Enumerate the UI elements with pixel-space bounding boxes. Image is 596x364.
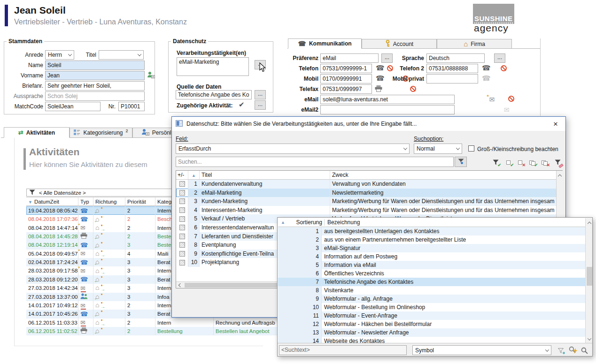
check-all-icon[interactable] bbox=[527, 158, 537, 167]
fax-block-icon[interactable] bbox=[410, 86, 416, 92]
row-checkbox[interactable] bbox=[179, 198, 185, 204]
printer-icon[interactable] bbox=[375, 85, 382, 93]
telefon-input[interactable] bbox=[320, 64, 372, 73]
aussprache-input[interactable] bbox=[45, 91, 145, 101]
search-filter-button[interactable] bbox=[455, 157, 467, 167]
scroll-up-button[interactable] bbox=[586, 220, 593, 225]
popup-list-row[interactable]: 7Telefonische Angabe des Kontaktes bbox=[278, 278, 585, 286]
popup-list-row[interactable]: 2aus von einem Partnerunternehmen bereit… bbox=[278, 235, 585, 244]
sprache-input[interactable] bbox=[426, 53, 485, 63]
email2-input[interactable] bbox=[320, 105, 455, 114]
check-row-icon[interactable] bbox=[503, 158, 513, 167]
dialog-list-row[interactable]: 4Interessenten-MarketingMarketing/Werbun… bbox=[176, 206, 556, 215]
row-checkbox[interactable] bbox=[179, 225, 185, 230]
popup-list-row[interactable]: 3eMail-Signatur bbox=[278, 244, 585, 252]
scroll-up-button[interactable] bbox=[557, 172, 563, 178]
briefanr-input[interactable] bbox=[45, 81, 145, 91]
popup-list-row[interactable]: 9Webformular - allg. Anfrage bbox=[278, 295, 585, 303]
uncheck-all-icon[interactable] bbox=[539, 158, 550, 167]
contact-person-icon[interactable] bbox=[147, 71, 155, 80]
activity-row[interactable]: 06.12.2015 11:03:33→2InternRechnung und … bbox=[26, 318, 301, 327]
suchtext-input[interactable]: <Suchtext> bbox=[279, 345, 407, 355]
quelle-input[interactable] bbox=[176, 90, 252, 99]
praeferenz-input[interactable] bbox=[320, 53, 379, 63]
row-checkbox[interactable] bbox=[179, 216, 185, 222]
column-header-typ[interactable]: Typ bbox=[78, 197, 93, 205]
column-header-prioritaet[interactable]: Priorität bbox=[125, 197, 155, 205]
column-header-sort[interactable] bbox=[188, 171, 200, 179]
popup-list-row[interactable]: 11Webformular - Event-Anfrage bbox=[278, 311, 585, 320]
close-icon[interactable] bbox=[550, 119, 562, 129]
filter-selected-icon[interactable] bbox=[490, 158, 501, 167]
telefon2-input[interactable] bbox=[426, 64, 478, 73]
scroll-left-button[interactable] bbox=[177, 282, 184, 288]
dialog-table-header[interactable]: +/- Titel Zweck bbox=[176, 171, 556, 180]
search-input[interactable]: Suchen... bbox=[176, 157, 454, 167]
popup-list-row[interactable]: 8Visitenkarte bbox=[278, 286, 585, 295]
tab-firma[interactable]: Firma bbox=[437, 39, 512, 49]
dialog-list-row[interactable]: 1KundendatenverwaltungVerwaltung von Kun… bbox=[176, 180, 556, 189]
sprache-browse-button[interactable]: ... bbox=[494, 53, 505, 63]
anrede-select[interactable]: Herrn bbox=[45, 50, 74, 60]
aktivitaet-browse-button[interactable]: ... bbox=[255, 100, 266, 110]
column-header-sortierung[interactable]: Sortierung bbox=[287, 219, 325, 226]
tab-kommunikation[interactable]: Kommunikation bbox=[288, 38, 362, 49]
mobil-input[interactable] bbox=[320, 74, 372, 83]
mobil-privat-label: Mobil privat bbox=[373, 76, 424, 82]
uncheck-row-icon[interactable] bbox=[515, 158, 525, 167]
dialog-list-row[interactable]: 3Kunden-MarketingMarketing/Werbung für W… bbox=[176, 197, 556, 206]
popup-list-row[interactable]: 1aus bereitgestellten Unterlagen des Kon… bbox=[278, 227, 585, 235]
row-checkbox[interactable] bbox=[179, 242, 185, 248]
tab-account[interactable]: Account bbox=[362, 39, 437, 49]
row-checkbox[interactable] bbox=[179, 251, 185, 257]
titel-select[interactable] bbox=[99, 50, 144, 60]
popup-list-row[interactable]: 10Webformular - Bestellung im Onlineshop bbox=[278, 303, 585, 311]
popup-list-row[interactable]: 4Information auf dem Postweg bbox=[278, 252, 585, 261]
matchcode-input[interactable] bbox=[45, 102, 101, 111]
popup-list-row[interactable]: 5Information via eMail bbox=[278, 261, 585, 269]
tab-aktivitaeten[interactable]: Aktivitäten bbox=[4, 127, 70, 138]
scrollbar-thumb[interactable] bbox=[587, 267, 592, 286]
quelle-browse-button[interactable]: ... bbox=[255, 90, 266, 99]
column-header-titel[interactable]: Titel bbox=[200, 171, 330, 179]
case-sensitive-checkbox[interactable] bbox=[468, 145, 474, 152]
feld-select[interactable]: ErfasstDurch bbox=[176, 144, 410, 154]
popup-header[interactable]: Sortierung Bezeichnung bbox=[278, 218, 585, 227]
quick-search-icon[interactable] bbox=[567, 345, 577, 354]
dialog-titlebar[interactable]: Datenschutz: Bitte wählen Sie die Verarb… bbox=[172, 117, 565, 131]
tab-kategorisierung[interactable]: Kategorisierung 2 bbox=[70, 128, 132, 138]
column-header-bezeichnung[interactable]: Bezeichnung bbox=[325, 219, 360, 226]
popup-list-row[interactable]: 12Webformular - Häkchen bei Bestellformu… bbox=[278, 320, 585, 328]
row-checkbox[interactable] bbox=[179, 207, 185, 213]
activity-row[interactable]: 06.12.2015 11:02:52←2BestellungBestellen… bbox=[26, 327, 301, 335]
row-checkbox[interactable] bbox=[179, 190, 185, 196]
email-input[interactable] bbox=[320, 95, 455, 104]
column-header-zweck[interactable]: Zweck bbox=[330, 171, 556, 179]
scroll-down-button[interactable] bbox=[586, 336, 593, 342]
suchoption-select[interactable]: Normal bbox=[414, 144, 462, 154]
name-input[interactable] bbox=[45, 61, 145, 70]
column-header-plusminus[interactable]: +/- bbox=[176, 171, 188, 179]
new-email-icon[interactable]: * bbox=[489, 96, 495, 103]
symbol-select[interactable]: Symbol bbox=[412, 345, 551, 355]
telefax-input[interactable] bbox=[320, 84, 372, 94]
row-checkbox[interactable] bbox=[179, 260, 185, 265]
call-block-icon[interactable] bbox=[501, 65, 507, 71]
popup-list-row[interactable]: 13Webformular - Newsletter Anfrage bbox=[278, 328, 585, 337]
dialog-list-row[interactable]: 2eMail-MarketingNewslettermarketing bbox=[176, 189, 556, 197]
column-header-richtung[interactable]: Richtung bbox=[93, 197, 125, 205]
row-checkbox[interactable] bbox=[179, 181, 185, 187]
clear-filter-icon[interactable] bbox=[552, 158, 563, 167]
filter-icon[interactable] bbox=[556, 346, 566, 355]
nr-input[interactable] bbox=[118, 102, 145, 111]
verarbeitung-textarea[interactable]: eMail-Marketing bbox=[177, 57, 249, 76]
vorname-input[interactable] bbox=[45, 71, 145, 80]
email-block-icon[interactable] bbox=[508, 96, 514, 102]
search-icon[interactable] bbox=[579, 346, 589, 355]
dial-phone-icon[interactable] bbox=[482, 64, 491, 71]
popup-list-row[interactable]: 6Öffentliches Verzeichnis bbox=[278, 269, 585, 278]
column-header-datumzeit[interactable]: DatumZeit bbox=[26, 197, 78, 205]
mobil-privat-input[interactable] bbox=[426, 74, 478, 83]
popup-vertical-scrollbar[interactable] bbox=[585, 218, 593, 343]
row-checkbox[interactable] bbox=[179, 234, 185, 239]
